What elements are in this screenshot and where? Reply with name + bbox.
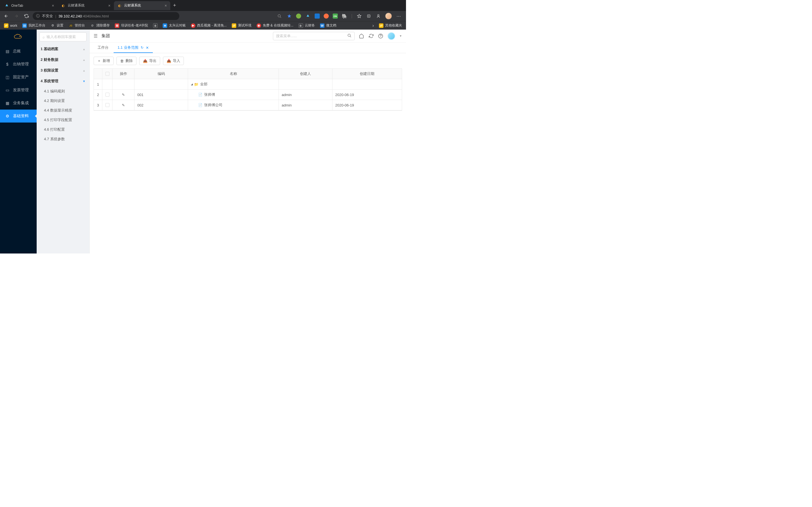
address-bar[interactable]: ⓘ 不安全 | 39.102.42.240:4040/index.html: [33, 12, 179, 20]
bookmark-testenv[interactable]: 📁测试环境: [230, 22, 253, 29]
sidebar-item-ledger[interactable]: ▤总账: [0, 45, 37, 58]
bookmark-taixing[interactable]: ◈太兴云对账: [161, 22, 188, 29]
bookmark-icon: ▦: [115, 23, 119, 28]
sidebar-item-invoice[interactable]: ▭发票管理: [0, 83, 37, 97]
row-checkbox[interactable]: [105, 103, 109, 107]
browser-tab-1[interactable]: ◐ 云财通系统 ×: [57, 1, 114, 10]
subitem-precision[interactable]: 4.4 数据显示精度: [40, 106, 87, 115]
cell-code: 002: [135, 100, 188, 110]
tree-collapse-icon[interactable]: ◢: [191, 83, 193, 86]
reload-button[interactable]: [22, 12, 31, 20]
chevron-right-icon[interactable]: ›: [371, 23, 375, 28]
tab-workspace[interactable]: 工作台: [94, 43, 112, 53]
edit-icon[interactable]: ✎: [122, 103, 125, 107]
close-icon[interactable]: ✕: [146, 46, 149, 50]
tab-label: 工作台: [98, 45, 109, 50]
search-icon[interactable]: [277, 13, 283, 19]
bookmark-work[interactable]: 📁work: [2, 22, 19, 29]
user-avatar[interactable]: [388, 32, 395, 40]
export-button[interactable]: 📤导出: [139, 57, 160, 65]
cell-date: 2020-06-19: [333, 90, 402, 100]
collections-icon[interactable]: [366, 13, 371, 19]
sidebar-label: 业务集成: [13, 101, 29, 106]
subitem-printconfig[interactable]: 4.6 打印配置: [40, 125, 87, 134]
ext-icon-5[interactable]: ON: [333, 13, 338, 18]
refresh-icon[interactable]: [368, 33, 374, 39]
delete-button[interactable]: 🗑删除: [116, 57, 137, 65]
reading-list-icon[interactable]: [356, 13, 362, 19]
row-number: 3: [94, 100, 102, 110]
help-icon[interactable]: [378, 33, 384, 39]
tab-title: OneTab: [11, 4, 23, 8]
forward-button[interactable]: [12, 12, 20, 20]
caret-up-icon: ▲: [83, 48, 86, 51]
trash-icon: 🗑: [120, 59, 124, 63]
subitem-period[interactable]: 4.2 期间设置: [40, 96, 87, 106]
bookmark-settings[interactable]: ⚙设置: [49, 22, 65, 29]
sidebar-item-asset[interactable]: ◫固定资产: [0, 71, 37, 83]
sidebar-item-cashier[interactable]: $出纳管理: [0, 58, 37, 71]
section-finance[interactable]: 2 财务数据▲: [40, 54, 87, 65]
star-icon[interactable]: [287, 13, 292, 19]
section-permission[interactable]: 3 权限设置▲: [40, 65, 87, 76]
table-row[interactable]: 2 ✎ 001 📄张师傅 admin 2020-06-19: [94, 90, 402, 100]
btn-label: 删除: [125, 58, 133, 63]
bookmark-console[interactable]: JS管控台: [67, 22, 87, 29]
bookmark-label: 微文档: [326, 23, 336, 28]
breadcrumb: 集团: [101, 33, 110, 39]
browser-tab-onetab[interactable]: OneTab ×: [1, 1, 57, 10]
sidebar-item-integration[interactable]: ▦业务集成: [0, 97, 37, 110]
folder-icon: 📁: [379, 23, 384, 28]
new-tab-button[interactable]: +: [170, 3, 179, 8]
section-basic[interactable]: 1 基础档案▲: [40, 44, 87, 54]
subitem-sysparam[interactable]: 4.7 系统参数: [40, 134, 87, 144]
ext-icon-3[interactable]: [315, 13, 320, 18]
ext-icon-6[interactable]: 🐘: [342, 13, 347, 19]
bookmark-workspace[interactable]: ▤我的工作台: [20, 22, 47, 29]
tab-title: 云财通系统: [124, 3, 141, 8]
ext-icon-4[interactable]: [324, 13, 329, 18]
edit-icon[interactable]: ✎: [122, 93, 125, 97]
add-button[interactable]: ＋新增: [94, 57, 114, 65]
submenu-search[interactable]: ⌕ 输入名称回车搜索: [40, 33, 87, 41]
btn-label: 新增: [103, 58, 110, 63]
profile-icon[interactable]: [375, 13, 381, 19]
bookmark-label: 设置: [57, 23, 63, 28]
close-icon[interactable]: ×: [108, 3, 110, 8]
bookmark-weidoc[interactable]: W微文档: [318, 22, 338, 29]
bookmark-training[interactable]: ▦培训任务-老A学院: [113, 22, 150, 29]
bookmark-clearcache[interactable]: ⊘清除缓存: [88, 22, 111, 29]
bookmark-xigua[interactable]: ▶西瓜视频 - 高清免...: [189, 22, 229, 29]
section-system[interactable]: 4 系统管理▼: [40, 76, 87, 87]
close-icon[interactable]: ×: [165, 3, 167, 8]
ext-icon-2[interactable]: [305, 13, 311, 19]
bookmark-finance[interactable]: 🗎云财务: [297, 22, 317, 29]
menu-icon[interactable]: ⋯: [396, 13, 402, 19]
import-icon: 📥: [167, 59, 171, 63]
menu-toggle-icon[interactable]: ☰: [94, 33, 98, 39]
bookmark-other[interactable]: 📁其他收藏夹: [377, 22, 404, 29]
close-icon[interactable]: ×: [52, 3, 54, 8]
refresh-icon[interactable]: ↻: [141, 46, 144, 50]
bookmarks-bar: 📁work ▤我的工作台 ⚙设置 JS管控台 ⊘清除缓存 ▦培训任务-老A学院 …: [0, 21, 406, 30]
subitem-printfield[interactable]: 4.5 打印字段配置: [40, 115, 87, 125]
home-icon[interactable]: [359, 33, 364, 39]
row-checkbox[interactable]: [105, 93, 109, 97]
sidebar-item-base[interactable]: ⚙基础资料: [0, 110, 37, 122]
table-row[interactable]: 3 ✎ 002 📄张师傅公司 admin 2020-06-19: [94, 100, 402, 110]
menu-search-input[interactable]: 搜索菜单......: [273, 32, 355, 40]
subitem-coderule[interactable]: 4.1 编码规则: [40, 87, 87, 96]
bookmark-page1[interactable]: 🗎: [151, 22, 159, 29]
user-caret-icon[interactable]: ▼: [399, 34, 402, 38]
tab-business-scope[interactable]: 1.1 业务范围 ↻ ✕: [114, 43, 153, 53]
checkbox-all[interactable]: [105, 72, 109, 76]
user-avatar[interactable]: [385, 13, 392, 19]
bookmark-icon: ▤: [22, 23, 27, 28]
back-button[interactable]: [2, 12, 10, 20]
bookmark-video[interactable]: ◉免费 & 在线视频转...: [255, 22, 295, 29]
browser-tab-2[interactable]: ◐ 云财通系统 ×: [114, 1, 170, 10]
import-button[interactable]: 📥导入: [163, 57, 184, 65]
table-row[interactable]: 1 ◢📁全部: [94, 79, 402, 90]
ext-icon-1[interactable]: [296, 13, 301, 18]
app-logo[interactable]: [0, 30, 37, 45]
